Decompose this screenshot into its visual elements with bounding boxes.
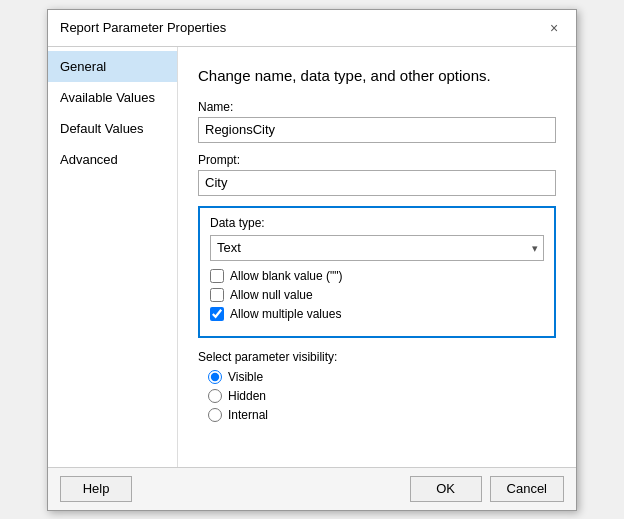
- name-label: Name:: [198, 100, 556, 114]
- allow-multiple-row: Allow multiple values: [210, 307, 544, 321]
- main-content: Change name, data type, and other option…: [178, 47, 576, 467]
- data-type-select-wrapper: Text Boolean DateTime Float Integer ▾: [210, 235, 544, 261]
- sidebar: General Available Values Default Values …: [48, 47, 178, 467]
- sidebar-item-advanced[interactable]: Advanced: [48, 144, 177, 175]
- sidebar-item-available-values[interactable]: Available Values: [48, 82, 177, 113]
- allow-blank-checkbox[interactable]: [210, 269, 224, 283]
- allow-blank-row: Allow blank value (""): [210, 269, 544, 283]
- hidden-radio[interactable]: [208, 389, 222, 403]
- title-bar: Report Parameter Properties ×: [48, 10, 576, 47]
- prompt-input[interactable]: [198, 170, 556, 196]
- sidebar-item-default-values[interactable]: Default Values: [48, 113, 177, 144]
- dialog-footer: Help OK Cancel: [48, 467, 576, 510]
- internal-label[interactable]: Internal: [228, 408, 268, 422]
- report-parameter-dialog: Report Parameter Properties × General Av…: [47, 9, 577, 511]
- visible-label[interactable]: Visible: [228, 370, 263, 384]
- visible-row: Visible: [198, 370, 556, 384]
- allow-blank-label[interactable]: Allow blank value (""): [230, 269, 343, 283]
- visibility-label: Select parameter visibility:: [198, 350, 556, 364]
- help-button[interactable]: Help: [60, 476, 132, 502]
- hidden-label[interactable]: Hidden: [228, 389, 266, 403]
- hidden-row: Hidden: [198, 389, 556, 403]
- prompt-label: Prompt:: [198, 153, 556, 167]
- footer-right: OK Cancel: [410, 476, 564, 502]
- data-type-select[interactable]: Text Boolean DateTime Float Integer: [210, 235, 544, 261]
- internal-row: Internal: [198, 408, 556, 422]
- allow-null-row: Allow null value: [210, 288, 544, 302]
- allow-null-label[interactable]: Allow null value: [230, 288, 313, 302]
- name-input[interactable]: [198, 117, 556, 143]
- allow-multiple-checkbox[interactable]: [210, 307, 224, 321]
- section-heading: Change name, data type, and other option…: [198, 67, 556, 84]
- cancel-button[interactable]: Cancel: [490, 476, 564, 502]
- footer-left: Help: [60, 476, 132, 502]
- sidebar-item-general[interactable]: General: [48, 51, 177, 82]
- close-button[interactable]: ×: [544, 18, 564, 38]
- data-type-label: Data type:: [210, 216, 544, 230]
- internal-radio[interactable]: [208, 408, 222, 422]
- visible-radio[interactable]: [208, 370, 222, 384]
- data-type-section: Data type: Text Boolean DateTime Float I…: [198, 206, 556, 338]
- allow-null-checkbox[interactable]: [210, 288, 224, 302]
- allow-multiple-label[interactable]: Allow multiple values: [230, 307, 341, 321]
- dialog-body: General Available Values Default Values …: [48, 47, 576, 467]
- dialog-title: Report Parameter Properties: [60, 20, 226, 35]
- ok-button[interactable]: OK: [410, 476, 482, 502]
